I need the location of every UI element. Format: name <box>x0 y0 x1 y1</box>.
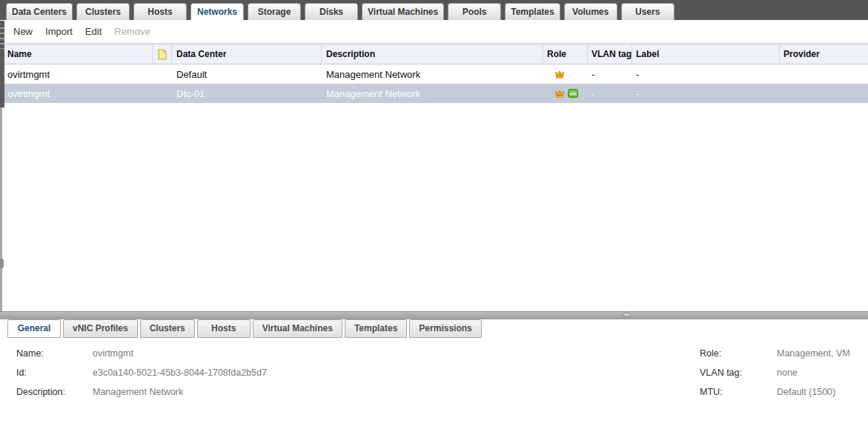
cell-label: - <box>632 84 780 103</box>
cell-name: ovirtmgmt <box>4 64 153 84</box>
detail-tab-clusters[interactable]: Clusters <box>140 319 195 338</box>
column-header-data-center[interactable]: Data Center <box>172 44 322 64</box>
detail-field-mtu: MTU: Default (1500) <box>700 382 850 402</box>
edit-button[interactable]: Edit <box>85 26 102 37</box>
detail-fields-left: Name: ovirtmgmt Id: e3c0a140-5021-45b3-8… <box>16 344 267 402</box>
column-header-provider[interactable]: Provider <box>780 44 868 64</box>
detail-pane-splitter[interactable] <box>0 311 868 319</box>
networks-toolbar: NewImportEditRemove <box>0 20 868 44</box>
tab-volumes[interactable]: Volumes <box>564 3 617 20</box>
cell-name: ovirtmgmt <box>4 84 153 103</box>
remove-button[interactable]: Remove <box>114 26 150 37</box>
vm-icon: vm <box>568 89 578 98</box>
svg-text:vm: vm <box>569 91 577 96</box>
tab-disks[interactable]: Disks <box>305 3 358 20</box>
tab-clusters[interactable]: Clusters <box>76 3 130 20</box>
column-header-attachment[interactable] <box>153 44 172 64</box>
detail-tab-hosts[interactable]: Hosts <box>197 319 251 338</box>
cell-provider <box>780 64 868 84</box>
tab-hosts[interactable]: Hosts <box>133 3 187 20</box>
detail-field-role: Role: Management, VM <box>700 344 850 363</box>
detail-tab-virtual-machines[interactable]: Virtual Machines <box>253 319 342 338</box>
detail-field-value: ovirtmgmt <box>93 348 133 359</box>
detail-pane-splitter-handle[interactable] <box>623 313 631 317</box>
table-row[interactable]: ovirtmgmtDtc-01Management Network vm -- <box>4 84 868 103</box>
cell-description: Management Network <box>322 64 543 84</box>
import-button[interactable]: Import <box>45 26 73 37</box>
new-button[interactable]: New <box>13 26 33 37</box>
column-header-description[interactable]: Description <box>322 44 543 64</box>
tab-templates[interactable]: Templates <box>505 3 560 20</box>
cell-provider <box>780 84 868 103</box>
table-empty-area <box>4 103 868 310</box>
detail-field-value: Default (1500) <box>777 387 835 397</box>
cell-label: - <box>632 64 780 84</box>
detail-tab-vnic-profiles[interactable]: vNIC Profiles <box>63 319 138 338</box>
detail-field-label: Role: <box>700 348 777 359</box>
general-detail-pane: Name: ovirtmgmt Id: e3c0a140-5021-45b3-8… <box>0 338 868 432</box>
detail-field-label: VLAN tag: <box>700 368 777 378</box>
tab-data-centers[interactable]: Data Centers <box>6 3 73 20</box>
column-header-role[interactable]: Role <box>543 44 588 64</box>
table-row[interactable]: ovirtmgmtDefaultManagement Network -- <box>4 64 868 84</box>
cell-role: vm <box>543 84 588 103</box>
left-panel-splitter-handle[interactable] <box>0 259 4 268</box>
detail-tab-bar: GeneralvNIC ProfilesClustersHostsVirtual… <box>0 319 868 338</box>
tab-pools[interactable]: Pools <box>448 3 501 20</box>
detail-field-value: e3c0a140-5021-45b3-8044-1708fda2b5d7 <box>93 368 267 378</box>
detail-field-label: Id: <box>16 368 93 378</box>
tab-networks[interactable]: Networks <box>191 3 244 20</box>
table-header-row: Name Data CenterDescriptionRoleVLAN tagL… <box>4 44 868 64</box>
detail-field-label: Name: <box>16 348 93 359</box>
detail-field-name: Name: ovirtmgmt <box>16 344 267 363</box>
main-tab-bar: Data CentersClustersHostsNetworksStorage… <box>0 0 868 20</box>
detail-field-label: MTU: <box>700 387 777 397</box>
detail-tab-permissions[interactable]: Permissions <box>409 319 481 338</box>
detail-tab-general[interactable]: General <box>7 319 61 338</box>
detail-field-value: Management, VM <box>777 348 850 359</box>
detail-field-value: Management Network <box>93 387 183 397</box>
cell-description: Management Network <box>322 84 543 103</box>
column-header-label[interactable]: Label <box>632 44 780 64</box>
detail-field-label: Description: <box>16 387 93 397</box>
cell-data-center: Dtc-01 <box>172 84 322 103</box>
tab-virtual-machines[interactable]: Virtual Machines <box>362 3 444 20</box>
left-panel-splitter[interactable] <box>0 21 4 107</box>
detail-field-value: none <box>777 368 798 378</box>
tab-users[interactable]: Users <box>621 3 675 20</box>
cell-attachment <box>153 84 172 103</box>
cell-vlan-tag: - <box>588 84 632 103</box>
tab-storage[interactable]: Storage <box>248 3 301 20</box>
detail-fields-right: Role: Management, VM VLAN tag: none MTU:… <box>700 344 850 402</box>
cell-attachment <box>153 64 172 84</box>
detail-tab-templates[interactable]: Templates <box>345 319 407 338</box>
column-header-name[interactable]: Name <box>4 44 153 64</box>
detail-field-vlan-tag: VLAN tag: none <box>700 363 850 382</box>
detail-field-id: Id: e3c0a140-5021-45b3-8044-1708fda2b5d7 <box>16 363 267 382</box>
detail-field-description: Description: Management Network <box>16 382 267 402</box>
cell-vlan-tag: - <box>588 64 632 84</box>
crown-icon <box>554 70 565 79</box>
column-header-vlan-tag[interactable]: VLAN tag <box>588 44 632 64</box>
note-icon <box>158 49 167 60</box>
splitter-grip <box>0 24 4 49</box>
left-panel-splitter-line <box>0 107 2 311</box>
networks-table: Name Data CenterDescriptionRoleVLAN tagL… <box>4 44 868 310</box>
crown-icon <box>554 90 565 98</box>
cell-data-center: Default <box>172 64 322 84</box>
cell-role <box>543 64 588 84</box>
